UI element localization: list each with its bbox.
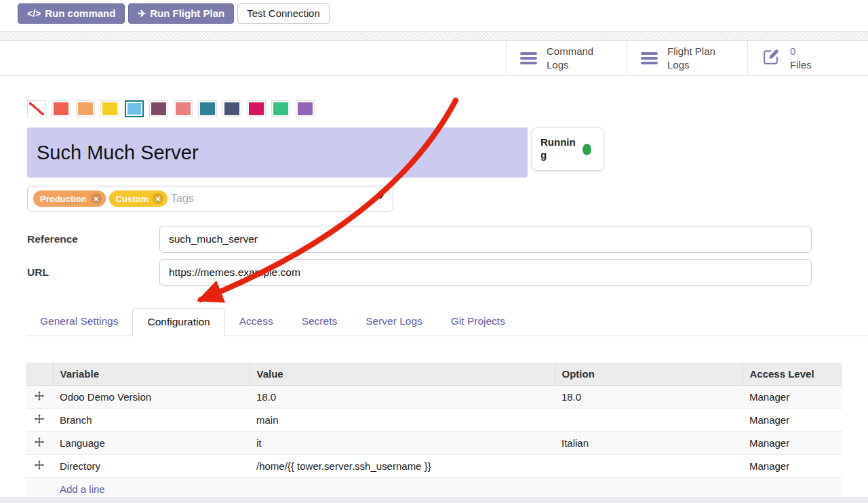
remove-tag-icon[interactable]: ✕ <box>153 193 163 204</box>
flight-plan-logs-label: Flight Plan Logs <box>667 45 726 71</box>
tag-custom[interactable]: Custom ✕ <box>109 190 167 207</box>
move-icon <box>35 460 44 470</box>
cell-variable[interactable]: Branch <box>53 408 250 431</box>
table-row[interactable]: Odoo Demo Version 18.0 18.0 Manager <box>26 385 842 408</box>
reference-input[interactable] <box>159 226 812 253</box>
files-label: Files <box>790 58 848 72</box>
reference-label: Reference <box>27 233 159 245</box>
tab-server-logs[interactable]: Server Logs <box>351 308 437 336</box>
decorative-strip <box>0 31 868 41</box>
access-level-column-header[interactable]: Access Level <box>743 363 842 385</box>
cell-value[interactable]: /home/{{ tower.server.ssh_username }} <box>250 454 555 477</box>
add-a-line-link[interactable]: Add a line <box>33 483 105 495</box>
color-swatch-dark-purple[interactable] <box>149 100 168 117</box>
color-swatch-salmon-pink[interactable] <box>174 100 193 117</box>
cell-option[interactable] <box>555 408 743 431</box>
cell-option[interactable]: 18.0 <box>555 385 743 408</box>
color-swatch-medium-blue[interactable] <box>198 100 217 117</box>
fields-group: Reference URL <box>27 226 868 286</box>
list-icon <box>641 52 658 64</box>
server-name-field[interactable]: Such Much Server <box>27 127 528 178</box>
color-palette <box>27 100 868 117</box>
notebook-tabs: General Settings Configuration Access Se… <box>26 308 868 336</box>
color-swatch-green[interactable] <box>271 100 290 117</box>
tab-configuration[interactable]: Configuration <box>132 308 224 336</box>
tag-production-label: Production <box>40 194 87 204</box>
url-row: URL <box>27 259 868 286</box>
drag-handle[interactable] <box>26 454 53 477</box>
tab-general-settings[interactable]: General Settings <box>26 308 132 336</box>
color-swatch-yellow[interactable] <box>100 100 119 117</box>
record-sheet: Such Much Server Running Production ✕ Cu… <box>0 100 868 501</box>
table-header-row: Variable Value Option Access Level <box>26 363 842 385</box>
tags-field[interactable]: Production ✕ Custom ✕ Tags <box>27 186 393 212</box>
handle-column-header <box>26 363 53 385</box>
cell-access-level[interactable]: Manager <box>743 431 842 454</box>
status-widget[interactable]: Running <box>532 127 604 171</box>
cell-access-level[interactable]: Manager <box>743 454 842 477</box>
tab-git-projects[interactable]: Git Projects <box>437 308 519 336</box>
plane-icon: ✈ <box>138 7 146 20</box>
color-swatch-purple[interactable] <box>296 100 315 117</box>
color-swatch-no-color[interactable] <box>27 100 46 117</box>
tab-access[interactable]: Access <box>225 308 288 336</box>
cell-value[interactable]: main <box>250 408 555 431</box>
color-swatch-dark-blue[interactable] <box>222 100 241 117</box>
no-color-icon <box>29 102 44 115</box>
color-swatch-red[interactable] <box>52 100 71 117</box>
stat-button-flight-plan-logs[interactable]: Flight Plan Logs <box>627 41 747 75</box>
reference-row: Reference <box>27 226 868 253</box>
page-title: Such Much Server <box>37 142 199 164</box>
cell-variable[interactable]: Odoo Demo Version <box>53 385 250 408</box>
url-input[interactable] <box>159 259 812 286</box>
url-label: URL <box>27 266 159 279</box>
test-connection-button[interactable]: Test Connection <box>237 3 330 24</box>
stat-button-command-logs[interactable]: Command Logs <box>506 41 627 75</box>
edit-icon <box>762 47 781 69</box>
color-swatch-orange[interactable] <box>76 100 95 117</box>
command-logs-label: Command Logs <box>547 45 605 71</box>
cell-option[interactable]: Italian <box>555 431 743 454</box>
run-flight-plan-label: Run Flight Plan <box>150 7 224 20</box>
table-row[interactable]: Language it Italian Manager <box>26 431 842 454</box>
code-icon: </> <box>27 7 41 20</box>
table-row[interactable]: Branch main Manager <box>26 408 842 431</box>
option-column-header[interactable]: Option <box>555 363 743 385</box>
color-swatch-light-blue-selected[interactable] <box>125 100 144 117</box>
cell-access-level[interactable]: Manager <box>743 408 842 431</box>
cell-value[interactable]: it <box>250 431 555 454</box>
color-swatch-fuchsia[interactable] <box>247 100 266 117</box>
drag-handle[interactable] <box>26 385 53 408</box>
run-command-label: Run command <box>45 7 115 20</box>
title-row: Such Much Server Running <box>27 127 868 178</box>
footer-strip <box>0 497 868 503</box>
move-icon <box>35 414 44 424</box>
cell-variable[interactable]: Directory <box>53 454 250 477</box>
chevron-down-icon[interactable] <box>377 195 384 199</box>
tag-custom-label: Custom <box>116 194 149 204</box>
tags-placeholder: Tags <box>171 193 194 205</box>
statusbar: Command Logs Flight Plan Logs 0 Files <box>0 41 868 76</box>
configuration-table: Variable Value Option Access Level Odoo … <box>26 363 842 501</box>
tab-secrets[interactable]: Secrets <box>288 308 352 336</box>
table-row[interactable]: Directory /home/{{ tower.server.ssh_user… <box>26 454 842 477</box>
files-count: 0 <box>790 45 848 58</box>
drag-handle[interactable] <box>26 431 53 454</box>
list-icon <box>520 52 537 64</box>
cell-option[interactable] <box>555 454 743 477</box>
move-icon <box>35 437 44 447</box>
status-label: Running <box>540 136 576 162</box>
cell-variable[interactable]: Language <box>53 431 250 454</box>
value-column-header[interactable]: Value <box>250 363 555 385</box>
run-flight-plan-button[interactable]: ✈ Run Flight Plan <box>128 3 234 24</box>
variable-column-header[interactable]: Variable <box>53 363 250 385</box>
drag-handle[interactable] <box>26 408 53 431</box>
status-dot-icon <box>583 144 591 155</box>
action-bar: </> Run command ✈ Run Flight Plan Test C… <box>0 0 868 24</box>
stat-button-files[interactable]: 0 Files <box>747 41 868 75</box>
tag-production[interactable]: Production ✕ <box>33 190 106 207</box>
cell-access-level[interactable]: Manager <box>743 385 842 408</box>
remove-tag-icon[interactable]: ✕ <box>91 193 102 204</box>
cell-value[interactable]: 18.0 <box>250 385 555 408</box>
run-command-button[interactable]: </> Run command <box>18 3 125 24</box>
